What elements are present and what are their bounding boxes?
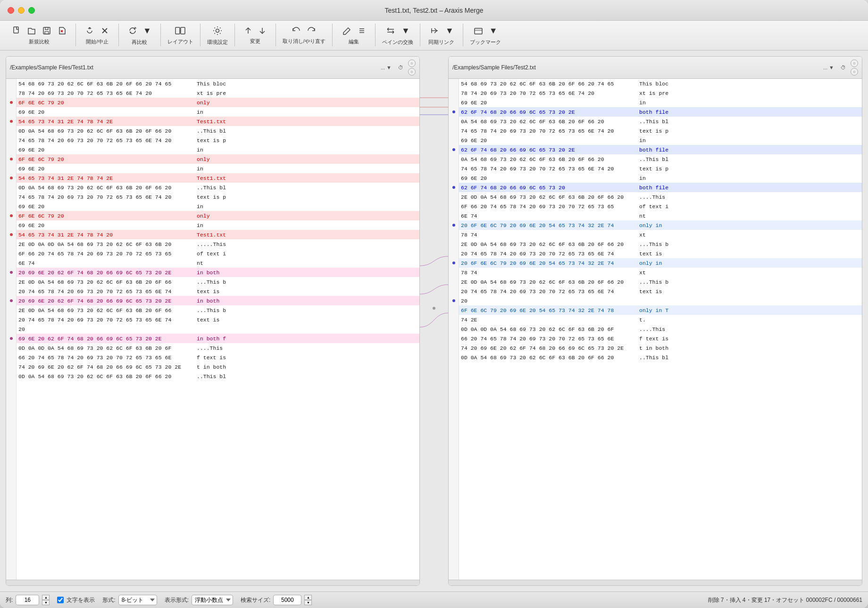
svg-point-14 <box>433 307 435 310</box>
layout-button[interactable] <box>172 25 188 37</box>
sync-dropdown[interactable]: ▼ <box>443 25 456 37</box>
left-pane-menu[interactable]: ... ▼ <box>379 64 393 71</box>
col-input[interactable] <box>16 595 39 605</box>
svg-rect-6 <box>175 27 180 34</box>
new-file-button[interactable] <box>9 25 24 37</box>
col-down[interactable]: ▼ <box>42 600 50 605</box>
diff-line-changed-blue: 6F 6E 6C 79 20 69 6E 20 54 65 73 74 32 2… <box>459 305 862 315</box>
diff-line: 69 6E 20 in <box>17 202 419 211</box>
diff-line: 0D 0A 54 68 69 73 20 62 6C 6F 63 6B 20 6… <box>17 183 419 192</box>
gutter-cell <box>6 202 16 211</box>
gutter-cell <box>6 239 16 249</box>
gutter-cell <box>6 277 16 287</box>
search-up[interactable]: ▲ <box>304 595 312 600</box>
prev-change-button[interactable] <box>242 25 255 36</box>
gutter-cell <box>6 249 16 258</box>
sep-7 <box>332 24 333 46</box>
diff-line-deleted: 54 65 73 74 31 2E 74 78 74 20 Test1.txt <box>17 230 419 239</box>
right-pane-scroll-down[interactable]: ○ <box>851 68 858 76</box>
right-pane: /Examples/Sample Files/Test2.txt ... ▼ ⏱… <box>448 56 862 586</box>
toolbar-group-layout: レイアウト <box>164 25 197 45</box>
status-info: 削除 7・挿入 4・変更 17・オフセット 000002FC / 0000066… <box>708 596 862 604</box>
close-button[interactable] <box>8 7 14 14</box>
right-pane-menu[interactable]: ... ▼ <box>821 64 836 71</box>
col-field: 列: ▲ ▼ <box>6 595 50 605</box>
search-label: 検索サイズ: <box>241 596 270 604</box>
edit-list-button[interactable] <box>355 25 368 37</box>
toolbar-group-undo: 取り消し/やり直す <box>279 25 329 45</box>
edit-button[interactable] <box>339 25 354 37</box>
diff-line: 20 74 65 78 74 20 69 73 20 70 72 65 73 6… <box>459 249 862 258</box>
minimize-button[interactable] <box>18 7 25 14</box>
diff-line: 69 6E 20 in <box>459 173 862 183</box>
gutter-cell-chg <box>6 268 16 277</box>
left-pane-scroll-up[interactable]: ○ <box>408 59 416 67</box>
search-down[interactable]: ▼ <box>304 600 312 605</box>
show-chars-checkbox[interactable] <box>57 597 64 603</box>
right-line-gutter <box>449 79 459 580</box>
gutter-cell <box>6 79 16 88</box>
sep-6 <box>275 24 276 46</box>
right-pane-history[interactable]: ⏱ <box>839 64 848 71</box>
gutter-cell <box>449 324 459 334</box>
right-pane-scroll-up[interactable]: ○ <box>851 59 858 67</box>
redo-button[interactable] <box>304 25 318 36</box>
next-change-button[interactable] <box>256 25 269 36</box>
bookmark-dropdown[interactable]: ▼ <box>487 25 500 37</box>
stop-button[interactable] <box>98 25 112 37</box>
diff-line: 78 74 20 69 73 20 70 72 65 73 65 6E 74 2… <box>17 88 419 98</box>
gutter-cell <box>449 268 459 277</box>
toolbar-label-new: 新規比較 <box>29 38 50 45</box>
maximize-button[interactable] <box>28 7 35 14</box>
col-up[interactable]: ▲ <box>42 595 50 600</box>
right-content-area[interactable]: 54 68 69 73 20 62 6C 6F 63 6B 20 6F 66 2… <box>459 79 862 580</box>
swap-dropdown[interactable]: ▼ <box>399 25 412 37</box>
gutter-cell <box>6 135 16 145</box>
save-button[interactable] <box>40 25 54 37</box>
diff-line-changed-blue: 20 6F 6E 6C 79 20 69 6E 20 54 65 73 74 3… <box>459 258 862 268</box>
diff-line-deleted: 54 65 73 74 31 2E 74 78 74 2E Test1.txt <box>17 173 419 183</box>
diff-line: 66 20 74 65 78 74 20 69 73 20 70 72 65 7… <box>17 353 419 362</box>
gutter-cell <box>6 220 16 230</box>
toolbar-label-layout: レイアウト <box>167 38 193 45</box>
undo-button[interactable] <box>289 25 303 36</box>
bookmark-button[interactable] <box>471 25 486 37</box>
toolbar: 新規比較 開始/中止 ▼ 再比較 <box>0 21 868 51</box>
gutter-cell <box>6 183 16 192</box>
recompare-button[interactable] <box>125 25 140 37</box>
sep-9 <box>420 24 420 46</box>
format-field: 形式: 8-ビット 16-ビット <box>102 595 157 605</box>
gutter-cell <box>449 230 459 239</box>
left-pane-history[interactable]: ⏱ <box>396 64 405 71</box>
left-content-area[interactable]: 54 68 69 73 20 62 6C 6F 63 6B 20 6F 66 2… <box>17 79 419 580</box>
svg-point-8 <box>216 29 219 33</box>
diff-line: 0D 0A 0D 0A 54 68 69 73 20 62 6C 6F 63 6… <box>459 324 862 334</box>
close-file-button[interactable] <box>55 25 69 37</box>
open-file-button[interactable] <box>25 25 39 37</box>
gutter-cell-del <box>6 98 16 107</box>
format-select[interactable]: 8-ビット 16-ビット <box>118 595 157 605</box>
sync-button[interactable] <box>427 25 442 37</box>
settings-button[interactable] <box>210 24 225 37</box>
gutter-cell <box>449 305 459 315</box>
swap-button[interactable] <box>383 25 398 37</box>
recompare-dropdown[interactable]: ▼ <box>141 25 154 37</box>
sep-8 <box>375 24 376 46</box>
show-chars-label: 文字を表示 <box>67 596 95 604</box>
diff-line: 0A 54 68 69 73 20 62 6C 6F 63 6B 20 6F 6… <box>459 117 862 126</box>
gutter-cell <box>449 154 459 164</box>
start-button[interactable] <box>83 25 97 37</box>
diff-line: 54 68 69 73 20 62 6C 6F 63 6B 20 6F 66 2… <box>17 79 419 88</box>
diff-line: 6F 66 20 74 65 78 74 20 69 73 20 70 72 6… <box>459 202 862 211</box>
display-select[interactable]: 浮動小数点 16進数 <box>192 595 233 605</box>
right-scrollbar-h[interactable] <box>449 580 862 585</box>
gutter-cell-ins <box>449 296 459 305</box>
window-title: Test1.txt, Test2.txt – Araxis Merge <box>384 7 483 14</box>
gutter-cell-del <box>6 117 16 126</box>
left-scrollbar-h[interactable] <box>6 580 419 585</box>
search-input[interactable] <box>273 595 301 605</box>
left-pane-scroll-down[interactable]: ○ <box>408 68 416 76</box>
diff-line: 20 74 65 78 74 20 69 73 20 70 72 65 73 6… <box>17 287 419 296</box>
diff-line: 2E 0D 0A 54 68 69 73 20 62 6C 6F 63 6B 2… <box>459 277 862 287</box>
diff-line: 69 6E 20 in <box>459 135 862 145</box>
